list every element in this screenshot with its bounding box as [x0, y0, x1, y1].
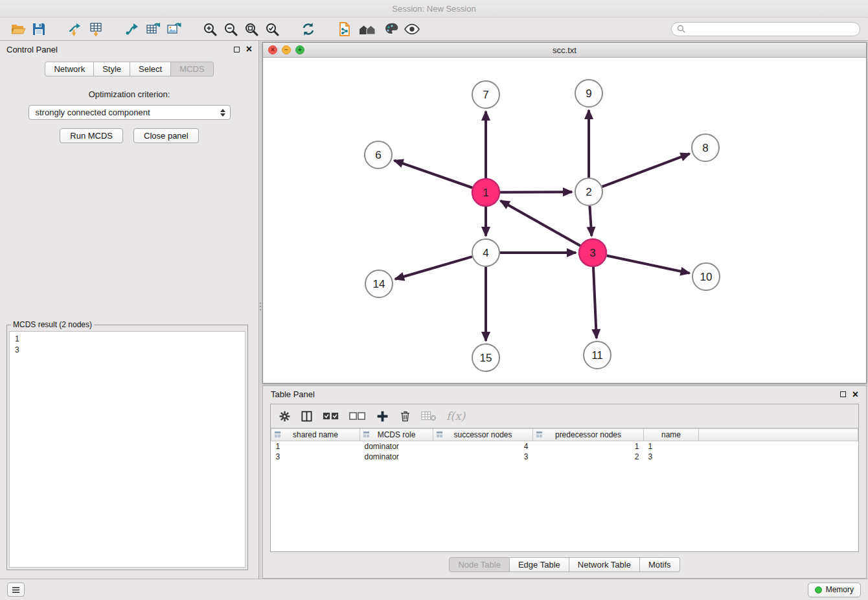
zoom-selected-icon[interactable]	[262, 19, 282, 39]
graph-node-4[interactable]: 4	[472, 239, 499, 266]
tab-edge-table[interactable]: Edge Table	[510, 557, 569, 572]
column-type-icon	[536, 431, 543, 440]
deselect-all-rows-icon[interactable]	[349, 412, 366, 421]
mcds-result-box: MCDS result (2 nodes) 1 3	[6, 320, 248, 570]
import-table-icon[interactable]	[86, 19, 106, 39]
home-icon[interactable]	[355, 19, 381, 39]
graph-edge-2-8[interactable]	[602, 154, 690, 187]
tab-mcds[interactable]: MCDS	[171, 62, 213, 76]
network-canvas[interactable]: 1234678910111415	[263, 58, 866, 383]
export-image-icon[interactable]	[163, 19, 184, 39]
memory-button[interactable]: Memory	[808, 583, 861, 597]
task-history-button[interactable]	[7, 583, 25, 597]
graph-node-3[interactable]: 3	[579, 239, 606, 266]
graph-edge-3-10[interactable]	[607, 256, 690, 273]
panel-splitter-handle[interactable]	[258, 297, 262, 316]
graph-node-9[interactable]: 9	[575, 80, 602, 107]
delete-column-icon[interactable]	[399, 410, 411, 422]
tab-style[interactable]: Style	[94, 62, 130, 76]
refresh-layout-icon[interactable]	[298, 19, 319, 39]
mcds-result-list[interactable]: 1 3	[9, 331, 246, 568]
tab-motifs[interactable]: Motifs	[640, 557, 680, 572]
network-file-icon[interactable]	[334, 19, 355, 39]
window-zoom-icon[interactable]: +	[295, 45, 304, 54]
column-header-mcds-role[interactable]: MCDS role	[360, 429, 433, 441]
node-table: shared name MCDS role successor nodes	[271, 428, 858, 551]
window-close-icon[interactable]: ×	[268, 45, 277, 54]
tab-select[interactable]: Select	[130, 62, 171, 76]
list-icon	[11, 586, 21, 594]
graph-node-14[interactable]: 14	[365, 270, 393, 297]
column-header-shared-name[interactable]: shared name	[271, 429, 360, 441]
zoom-fit-icon[interactable]	[241, 19, 262, 39]
graph-node-7[interactable]: 7	[472, 81, 499, 108]
search-icon	[677, 25, 685, 33]
search-box[interactable]	[671, 22, 860, 36]
table-row[interactable]: 1 dominator 4 1 1	[271, 441, 858, 452]
svg-text:10: 10	[700, 271, 713, 283]
svg-text:14: 14	[373, 278, 385, 290]
control-panel-title: Control Panel	[6, 45, 58, 54]
float-panel-icon[interactable]	[234, 47, 240, 52]
new-network-icon[interactable]	[122, 19, 143, 39]
close-panel-button[interactable]: Close panel	[133, 128, 199, 143]
search-input[interactable]	[689, 25, 854, 34]
tab-network-table[interactable]: Network Table	[569, 557, 640, 572]
zoom-out-icon[interactable]	[220, 19, 241, 39]
svg-text:15: 15	[480, 352, 492, 364]
graph-node-1[interactable]: 1	[472, 179, 499, 206]
graph-node-6[interactable]: 6	[365, 141, 392, 168]
control-panel-tabs: Network Style Select MCDS	[0, 62, 258, 76]
delete-table-icon	[421, 411, 437, 422]
svg-text:2: 2	[586, 186, 591, 198]
table-header-row: shared name MCDS role successor nodes	[271, 429, 858, 441]
graph-edge-1-2[interactable]	[500, 192, 572, 192]
column-header-filler	[699, 429, 858, 441]
close-table-panel-icon[interactable]: ×	[852, 391, 858, 398]
tab-network[interactable]: Network	[45, 62, 94, 76]
graph-node-2[interactable]: 2	[575, 178, 602, 205]
svg-text:9: 9	[586, 87, 591, 100]
mcds-result-line: 3	[15, 345, 240, 356]
window-minimize-icon[interactable]: −	[282, 45, 291, 54]
graph-edge-3-1[interactable]	[501, 201, 580, 246]
gear-icon[interactable]	[279, 410, 291, 422]
save-session-icon[interactable]	[29, 19, 49, 39]
graph-node-10[interactable]: 10	[692, 263, 720, 290]
graph-edge-1-6[interactable]	[394, 161, 473, 188]
graph-node-11[interactable]: 11	[584, 341, 611, 369]
network-window-titlebar[interactable]: × − + scc.txt	[263, 43, 866, 58]
control-panel: Control Panel × Network Style Select MCD…	[0, 41, 259, 579]
column-header-name[interactable]: name	[644, 429, 699, 441]
column-header-predecessor-nodes[interactable]: predecessor nodes	[533, 429, 644, 441]
select-spinner-icon	[220, 109, 225, 117]
table-row[interactable]: 3 dominator 3 2 3	[271, 452, 858, 462]
eye-icon[interactable]	[402, 19, 422, 39]
graph-edge-3-11[interactable]	[593, 267, 597, 338]
column-type-icon	[363, 431, 370, 440]
open-session-icon[interactable]	[8, 19, 29, 39]
table-toolbar: f(x)	[271, 404, 858, 428]
style-icon[interactable]	[381, 19, 402, 39]
import-network-icon[interactable]	[65, 19, 86, 39]
svg-text:6: 6	[375, 149, 381, 161]
select-all-rows-icon[interactable]	[323, 412, 339, 421]
float-table-panel-icon[interactable]	[840, 391, 846, 397]
graph-node-8[interactable]: 8	[692, 134, 719, 161]
criterion-select-value: strongly connected component	[36, 108, 150, 117]
run-mcds-button[interactable]: Run MCDS	[60, 128, 123, 143]
new-table-icon[interactable]	[143, 19, 163, 39]
close-panel-icon[interactable]: ×	[246, 46, 252, 52]
add-column-icon[interactable]	[376, 410, 389, 423]
graph-node-15[interactable]: 15	[472, 344, 499, 371]
graph-edge-4-14[interactable]	[395, 257, 472, 279]
graph-edge-2-3[interactable]	[589, 206, 591, 236]
show-columns-icon[interactable]	[301, 410, 313, 422]
memory-label: Memory	[826, 585, 854, 594]
svg-text:8: 8	[702, 142, 708, 154]
column-header-successor-nodes[interactable]: successor nodes	[433, 429, 533, 441]
zoom-in-icon[interactable]	[200, 19, 220, 39]
svg-text:3: 3	[589, 247, 595, 259]
criterion-select[interactable]: strongly connected component	[29, 105, 231, 120]
tab-node-table[interactable]: Node Table	[449, 557, 510, 572]
